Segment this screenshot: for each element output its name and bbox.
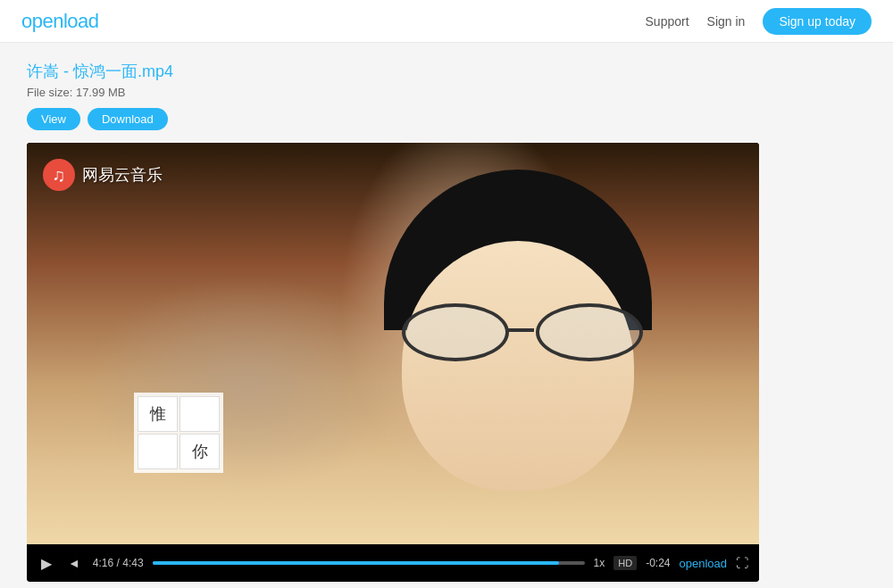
bottom-bar: Embed 💡 Turn off the lights Share it t f — [27, 582, 759, 588]
view-button[interactable]: View — [27, 108, 80, 130]
face-shape — [402, 241, 634, 491]
glasses-left — [402, 303, 509, 361]
glasses-right — [536, 303, 643, 361]
play-button[interactable]: ▶ — [38, 553, 55, 574]
player-brand: openload — [680, 557, 728, 570]
support-link[interactable]: Support — [646, 14, 689, 29]
file-size: File size: 17.99 MB — [27, 86, 866, 99]
subtitle-char-2 — [179, 396, 220, 432]
subtitle-char-1: 惟 — [138, 396, 178, 432]
remaining-time: -0:24 — [646, 557, 670, 569]
file-actions: View Download — [27, 108, 866, 130]
video-frame[interactable]: ♫ 网易云音乐 惟 你 — [27, 143, 759, 544]
speed-indicator: 1x — [594, 557, 605, 569]
glasses-shape — [393, 303, 652, 366]
progress-fill — [153, 561, 559, 565]
header: openload Support Sign in Sign up today — [0, 0, 893, 43]
netease-icon: ♫ — [43, 159, 75, 191]
video-background: ♫ 网易云音乐 惟 你 — [27, 143, 759, 544]
file-title: 许嵩 - 惊鸿一面.mp4 — [27, 61, 866, 82]
glasses-bridge — [507, 328, 534, 332]
subtitle-box: 惟 你 — [134, 393, 223, 473]
progress-bar[interactable] — [153, 561, 585, 565]
quality-button[interactable]: HD — [613, 556, 637, 570]
subtitle-char-4: 你 — [179, 434, 220, 469]
video-player: ♫ 网易云音乐 惟 你 ▶ ◄ 4:16 / 4:43 — [27, 143, 759, 582]
prev-frame-button[interactable]: ◄ — [64, 554, 84, 572]
fullscreen-button[interactable]: ⛶ — [736, 556, 748, 570]
total-time: 4:43 — [122, 557, 143, 569]
signin-link[interactable]: Sign in — [707, 14, 746, 29]
signup-button[interactable]: Sign up today — [763, 8, 872, 35]
video-controls: ▶ ◄ 4:16 / 4:43 1x HD -0:24 openload ⛶ — [27, 544, 759, 582]
watermark-text: 网易云音乐 — [82, 164, 163, 186]
main-content: 许嵩 - 惊鸿一面.mp4 File size: 17.99 MB View D… — [0, 43, 893, 588]
logo: openload — [21, 10, 99, 33]
subtitle-char-3 — [138, 434, 178, 469]
video-watermark: ♫ 网易云音乐 — [43, 159, 163, 191]
person-figure — [366, 170, 688, 544]
current-time: 4:16 — [93, 557, 113, 569]
download-button[interactable]: Download — [88, 108, 168, 130]
header-nav: Support Sign in Sign up today — [646, 8, 872, 35]
time-display: 4:16 / 4:43 — [93, 557, 144, 569]
